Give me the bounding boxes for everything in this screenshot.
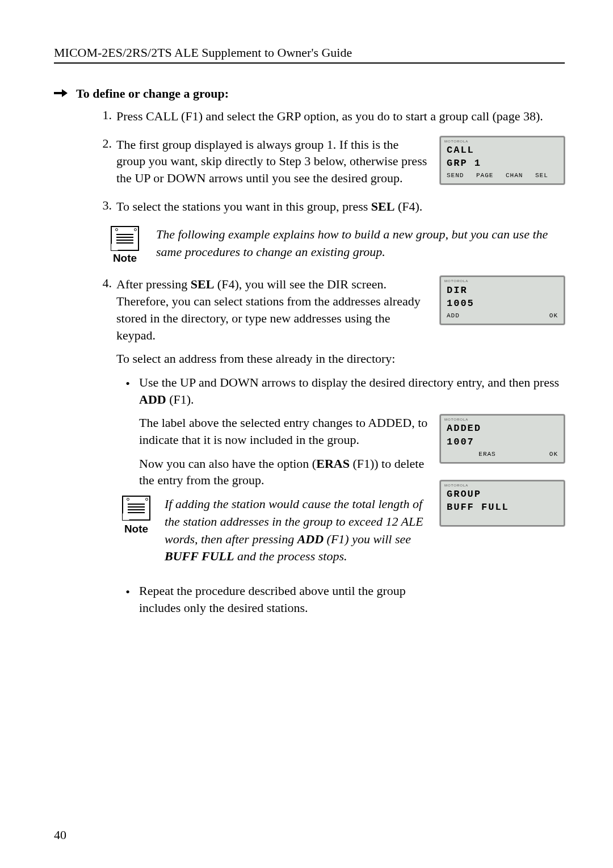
note-icon [111, 226, 139, 251]
lcd-softkeys: SEND PAGE CHAN SEL [442, 170, 562, 182]
note-text: The following example explains how to bu… [156, 226, 565, 261]
add-keyword: ADD [297, 532, 324, 546]
bullet-icon: • [116, 582, 139, 616]
step-number: 2. [94, 136, 112, 187]
bullet1-para2: The label above the selected entry chang… [139, 414, 429, 448]
bullet-content: Use the UP and DOWN arrows to display th… [139, 374, 565, 574]
step-content: After pressing SEL (F4), you will see th… [116, 276, 565, 624]
bullet-list: • Use the UP and DOWN arrows to display … [116, 374, 565, 617]
step-2: 2. The first group displayed is always g… [94, 136, 565, 187]
steps-list-cont: 4. After pressing SEL (F4), you will see… [77, 276, 565, 624]
step-content: The first group displayed is always grou… [116, 136, 565, 187]
step-3: 3. To select the stations you want in th… [94, 198, 565, 215]
steps-list: 1. Press CALL (F1) and select the GRP op… [77, 108, 565, 215]
add-keyword: ADD [139, 392, 166, 406]
bullet1-para1: Use the UP and DOWN arrows to display th… [139, 374, 565, 408]
step3-suffix: (F4). [394, 199, 422, 213]
lcd-softkeys: ADD OK [442, 310, 562, 322]
step-number: 3. [94, 198, 112, 215]
lcd-brand: MOTOROLA [442, 278, 562, 283]
softkey-add: ADD [447, 312, 502, 320]
b1-prefix: Use the UP and DOWN arrows to display th… [139, 375, 559, 389]
step-content: To select the stations you want in this … [116, 198, 565, 215]
lcd-column: MOTOROLA ADDED 1007 ERAS OK [440, 414, 565, 526]
note-icon-wrap: Note [116, 496, 156, 536]
lcd-brand: MOTOROLA [442, 417, 562, 422]
eras-keyword: ERAS [316, 456, 350, 471]
lcd-softkeys-empty [442, 514, 562, 524]
note-block-2: Note If adding the station would cause t… [116, 496, 429, 565]
step4-prefix: After pressing [116, 277, 191, 291]
softkey-eras: ERAS [464, 450, 511, 459]
softkey-sel: SEL [535, 171, 558, 180]
buff-full-keyword: BUFF FULL [165, 549, 234, 563]
n2-suffix: and the process stops. [234, 549, 347, 563]
sel-keyword: SEL [371, 199, 395, 213]
lcd-brand: MOTOROLA [442, 483, 562, 488]
lcd-screen-buff-full: MOTOROLA GROUP BUFF FULL [440, 480, 565, 527]
step-content: Press CALL (F1) and select the GRP optio… [116, 108, 565, 125]
step-1: 1. Press CALL (F1) and select the GRP op… [94, 108, 565, 125]
n2-mid: (F1) you will see [324, 532, 411, 546]
note-block-1: Note The following example explains how … [105, 226, 565, 265]
step4-sub1: To select an address from these already … [116, 350, 565, 367]
softkey-send: SEND [447, 171, 469, 180]
note2-text: If adding the station would cause the to… [165, 496, 429, 565]
step-number: 4. [94, 276, 112, 624]
lcd-line1: ADDED [442, 422, 562, 435]
lcd-line1: DIR [442, 284, 562, 297]
note-label: Note [124, 522, 148, 536]
bullet-1: • Use the UP and DOWN arrows to display … [116, 374, 565, 574]
lcd-screen-dir: MOTOROLA DIR 1005 ADD OK [440, 276, 565, 324]
b1p3-prefix: Now you can also have the option ( [139, 456, 316, 471]
step-number: 1. [94, 108, 112, 125]
bullet2-content: Repeat the procedure described above unt… [139, 582, 406, 616]
softkey-chan: CHAN [506, 171, 528, 180]
note-label: Note [113, 252, 137, 265]
header-title: MICOM-2ES/2RS/2TS ALE Supplement to Owne… [54, 45, 352, 60]
note-icon-wrap: Note [105, 226, 145, 265]
bullet1-para3: Now you can also have the option (ERAS (… [139, 455, 429, 489]
page-header: MICOM-2ES/2RS/2TS ALE Supplement to Owne… [54, 45, 565, 64]
lcd-line1: GROUP [442, 488, 562, 501]
step3-prefix: To select the stations you want in this … [116, 199, 371, 213]
section-heading: To define or change a group: [54, 86, 565, 101]
lcd-line2: BUFF FULL [442, 501, 562, 514]
sel-keyword: SEL [191, 277, 215, 291]
page-number: 40 [54, 828, 66, 842]
softkey-ok: OK [511, 450, 558, 459]
bullet-2: • Repeat the procedure described above u… [116, 582, 565, 616]
b1-suffix: (F1). [166, 392, 194, 406]
step4-intro: After pressing SEL (F4), you will see th… [116, 276, 565, 343]
step-4: 4. After pressing SEL (F4), you will see… [94, 276, 565, 624]
lcd-line1: CALL [442, 144, 562, 157]
bullet1-with-lcd: The label above the selected entry chang… [139, 414, 565, 574]
step4-text: After pressing SEL (F4), you will see th… [116, 276, 429, 343]
lcd-line2: GRP 1 [442, 157, 562, 170]
softkey-ok: OK [502, 312, 558, 320]
lcd-screen-call: MOTOROLA CALL GRP 1 SEND PAGE CHAN SEL [440, 136, 565, 184]
lcd-softkeys: ERAS OK [442, 448, 562, 461]
lcd-line2: 1007 [442, 435, 562, 448]
heading-text: To define or change a group: [76, 86, 229, 101]
softkey-page: PAGE [476, 171, 499, 180]
bullet1-text-col: The label above the selected entry chang… [139, 414, 429, 574]
step-text: The first group displayed is always grou… [116, 136, 429, 187]
lcd-line2: 1005 [442, 297, 562, 310]
main-content: To define or change a group: 1. Press CA… [54, 86, 565, 625]
arrow-right-icon [54, 86, 68, 101]
lcd-screen-added: MOTOROLA ADDED 1007 ERAS OK [440, 414, 565, 463]
note-icon [122, 496, 150, 521]
lcd-brand: MOTOROLA [442, 139, 562, 144]
